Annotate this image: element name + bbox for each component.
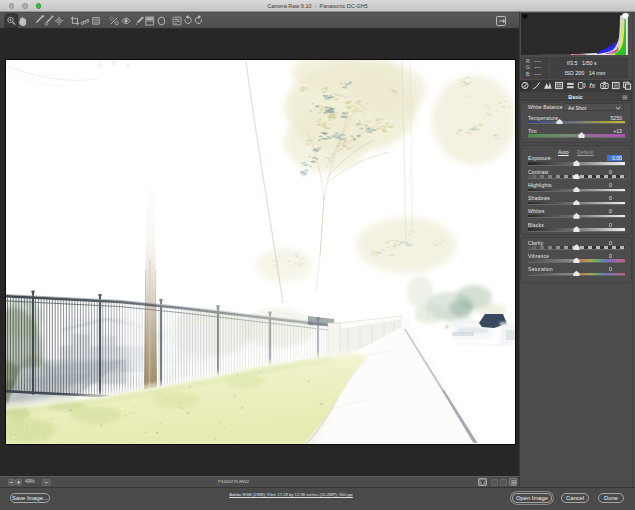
svg-text:fx: fx [589,81,595,90]
